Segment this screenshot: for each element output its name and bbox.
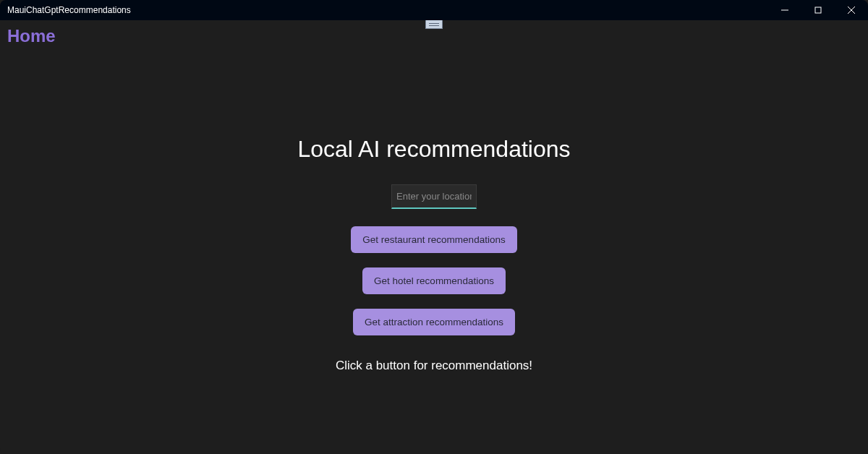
close-icon	[848, 7, 855, 14]
minimize-icon	[781, 7, 788, 14]
get-restaurant-button[interactable]: Get restaurant recommendations	[351, 226, 516, 253]
window-title: MauiChatGptRecommendations	[7, 5, 131, 15]
flyout-handle[interactable]	[425, 20, 443, 29]
main-area: Local AI recommendations Get restaurant …	[0, 20, 868, 373]
handle-line-icon	[429, 25, 439, 26]
get-hotel-button[interactable]: Get hotel recommendations	[362, 267, 506, 294]
minimize-button[interactable]	[768, 0, 801, 20]
page-title: Home	[7, 26, 56, 46]
maximize-icon	[814, 7, 822, 14]
get-attraction-button[interactable]: Get attraction recommendations	[353, 309, 515, 335]
handle-line-icon	[429, 23, 439, 24]
main-heading: Local AI recommendations	[297, 136, 570, 163]
location-input[interactable]	[391, 184, 477, 209]
close-button[interactable]	[835, 0, 868, 20]
app-content: Home Local AI recommendations Get restau…	[0, 20, 868, 454]
maximize-button[interactable]	[801, 0, 835, 20]
window-controls	[768, 0, 868, 20]
window-titlebar: MauiChatGptRecommendations	[0, 0, 868, 20]
svg-rect-1	[815, 7, 821, 13]
hint-text: Click a button for recommendations!	[336, 359, 532, 373]
